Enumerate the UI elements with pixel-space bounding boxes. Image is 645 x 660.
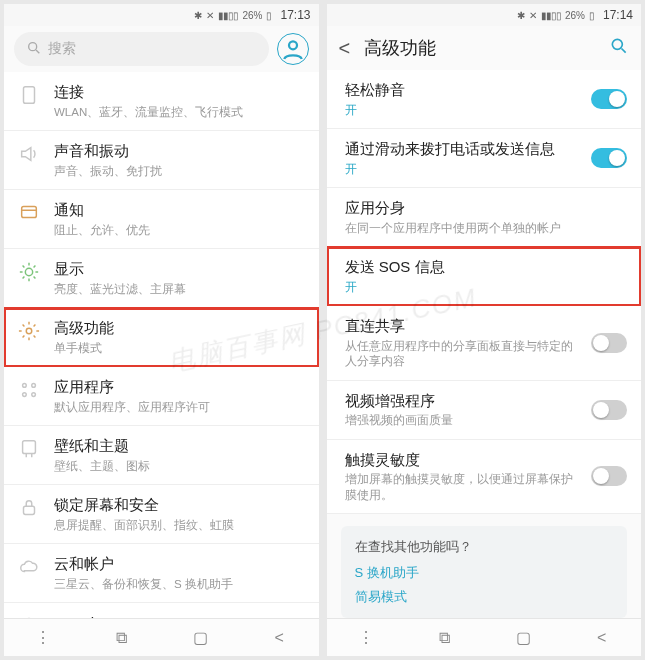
toggle[interactable] — [591, 333, 627, 353]
svg-line-17 — [622, 49, 626, 53]
item-notifications[interactable]: 通知阻止、允许、优先 — [4, 190, 319, 249]
item-cloud[interactable]: 云和帐户三星云、备份和恢复、S 换机助手 — [4, 544, 319, 603]
item-title: 轻松静音 — [345, 80, 578, 100]
display-icon — [18, 261, 40, 283]
advanced-list[interactable]: 轻松静音开 通过滑动来拨打电话或发送信息开 应用分身在同一个应用程序中使用两个单… — [327, 70, 642, 618]
toggle[interactable] — [591, 400, 627, 420]
battery-icon: ▯ — [266, 10, 272, 21]
item-title: 壁纸和主题 — [54, 436, 305, 456]
item-sub: 亮度、蓝光过滤、主屏幕 — [54, 282, 305, 298]
item-sub: 阻止、允许、优先 — [54, 223, 305, 239]
search-icon — [26, 40, 42, 59]
apps-icon — [18, 379, 40, 401]
item-sub: WLAN、蓝牙、流量监控、飞行模式 — [54, 105, 305, 121]
item-video-enhancer[interactable]: 视频增强程序增强视频的画面质量 — [327, 381, 642, 440]
nav-menu-icon[interactable]: ⋮ — [356, 628, 376, 647]
nav-back-icon[interactable]: < — [269, 629, 289, 647]
item-send-sos[interactable]: 发送 SOS 信息开 — [327, 247, 642, 306]
item-title: 高级功能 — [54, 318, 305, 338]
vibrate-icon: ✕ — [529, 10, 537, 21]
settings-list[interactable]: 连接WLAN、蓝牙、流量监控、飞行模式 声音和振动声音、振动、免打扰 通知阻止、… — [4, 72, 319, 618]
looking-for-card: 在查找其他功能吗？ S 换机助手 简易模式 — [341, 526, 628, 618]
bluetooth-icon: ✱ — [194, 10, 202, 21]
item-sub: 声音、振动、免打扰 — [54, 164, 305, 180]
item-title: 直连共享 — [345, 316, 578, 336]
item-google[interactable]: GoogleGoogle 设置 — [4, 603, 319, 618]
clock: 17:14 — [603, 8, 633, 22]
item-title: 应用程序 — [54, 377, 305, 397]
item-display[interactable]: 显示亮度、蓝光过滤、主屏幕 — [4, 249, 319, 308]
gear-icon — [18, 320, 40, 342]
item-sub: 默认应用程序、应用程序许可 — [54, 400, 305, 416]
item-wallpaper[interactable]: 壁纸和主题壁纸、主题、图标 — [4, 426, 319, 485]
connections-icon — [18, 84, 40, 106]
item-title: 通过滑动来拨打电话或发送信息 — [345, 139, 578, 159]
item-sub: 单手模式 — [54, 341, 305, 357]
svg-point-16 — [612, 39, 622, 49]
item-connections[interactable]: 连接WLAN、蓝牙、流量监控、飞行模式 — [4, 72, 319, 131]
svg-point-2 — [289, 41, 297, 49]
svg-rect-5 — [22, 207, 37, 218]
item-lock-security[interactable]: 锁定屏幕和安全息屏提醒、面部识别、指纹、虹膜 — [4, 485, 319, 544]
lock-icon — [18, 497, 40, 519]
item-sub: 在同一个应用程序中使用两个单独的帐户 — [345, 221, 628, 237]
nav-home-icon[interactable]: ▢ — [191, 628, 211, 647]
svg-point-0 — [29, 42, 37, 50]
item-title: Google — [54, 613, 305, 618]
item-title: 显示 — [54, 259, 305, 279]
nav-recents-icon[interactable]: ⧉ — [112, 629, 132, 647]
signal-icon: ▮▮▯▯ — [541, 10, 561, 21]
item-dual-messenger[interactable]: 应用分身在同一个应用程序中使用两个单独的帐户 — [327, 188, 642, 247]
svg-point-12 — [32, 393, 36, 397]
item-sound[interactable]: 声音和振动声音、振动、免打扰 — [4, 131, 319, 190]
item-sub: 三星云、备份和恢复、S 换机助手 — [54, 577, 305, 593]
item-sub: 从任意应用程序中的分享面板直接与特定的人分享内容 — [345, 339, 578, 370]
item-swipe-call[interactable]: 通过滑动来拨打电话或发送信息开 — [327, 129, 642, 188]
wallpaper-icon — [18, 438, 40, 460]
toggle[interactable] — [591, 89, 627, 109]
nav-back-icon[interactable]: < — [592, 629, 612, 647]
nav-menu-icon[interactable]: ⋮ — [33, 628, 53, 647]
status-bar: ✱ ✕ ▮▮▯▯ 26% ▯ 17:13 — [4, 4, 319, 26]
nav-bar: ⋮ ⧉ ▢ < — [327, 618, 642, 656]
search-placeholder: 搜索 — [48, 40, 76, 58]
page-title: 高级功能 — [364, 36, 595, 60]
battery-text: 26% — [565, 10, 585, 21]
svg-rect-13 — [23, 441, 36, 454]
nav-recents-icon[interactable]: ⧉ — [434, 629, 454, 647]
profile-button[interactable] — [277, 33, 309, 65]
settings-main-screen: ✱ ✕ ▮▮▯▯ 26% ▯ 17:13 搜索 连接WLAN、蓝牙、流量监控、飞… — [4, 4, 319, 656]
item-direct-share[interactable]: 直连共享从任意应用程序中的分享面板直接与特定的人分享内容 — [327, 306, 642, 381]
advanced-features-screen: ✱ ✕ ▮▮▯▯ 26% ▯ 17:14 < 高级功能 轻松静音开 通过滑动来拨… — [327, 4, 642, 656]
notification-icon — [18, 202, 40, 224]
item-easy-mute[interactable]: 轻松静音开 — [327, 70, 642, 129]
item-sub: 开 — [345, 103, 578, 119]
item-title: 触摸灵敏度 — [345, 450, 578, 470]
nav-home-icon[interactable]: ▢ — [513, 628, 533, 647]
nav-bar: ⋮ ⧉ ▢ < — [4, 618, 319, 656]
battery-icon: ▯ — [589, 10, 595, 21]
card-question: 在查找其他功能吗？ — [355, 538, 614, 556]
card-link-smart-switch[interactable]: S 换机助手 — [355, 564, 614, 582]
item-touch-sensitivity[interactable]: 触摸灵敏度增加屏幕的触摸灵敏度，以便通过屏幕保护膜使用。 — [327, 440, 642, 515]
toggle[interactable] — [591, 148, 627, 168]
battery-text: 26% — [242, 10, 262, 21]
search-input[interactable]: 搜索 — [14, 32, 269, 66]
back-icon[interactable]: < — [339, 37, 351, 60]
card-link-easy-mode[interactable]: 简易模式 — [355, 588, 614, 606]
item-title: 锁定屏幕和安全 — [54, 495, 305, 515]
svg-point-11 — [23, 393, 27, 397]
toggle[interactable] — [591, 466, 627, 486]
google-icon — [18, 615, 40, 618]
item-sub: 增强视频的画面质量 — [345, 413, 578, 429]
status-bar: ✱ ✕ ▮▮▯▯ 26% ▯ 17:14 — [327, 4, 642, 26]
sound-icon — [18, 143, 40, 165]
cloud-icon — [18, 556, 40, 578]
item-apps[interactable]: 应用程序默认应用程序、应用程序许可 — [4, 367, 319, 426]
search-icon[interactable] — [609, 36, 629, 60]
clock: 17:13 — [280, 8, 310, 22]
item-advanced-features[interactable]: 高级功能单手模式 — [4, 308, 319, 367]
item-title: 云和帐户 — [54, 554, 305, 574]
svg-point-9 — [23, 384, 27, 388]
header: < 高级功能 — [327, 26, 642, 70]
